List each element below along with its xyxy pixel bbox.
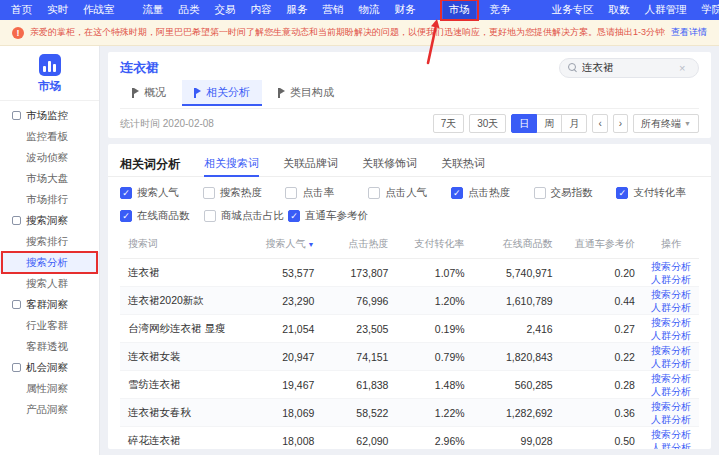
nav-item-war-room[interactable]: 作战室 — [82, 1, 116, 19]
filter-click-rate[interactable]: ✓点击率 — [285, 186, 368, 200]
nav-item-competition[interactable]: 竞争 — [489, 1, 512, 19]
nav-item-home[interactable]: 首页 — [10, 1, 33, 19]
checkbox[interactable]: ✓ — [204, 210, 216, 222]
sidebar-item-search-ranking[interactable]: 搜索排行 — [0, 231, 99, 252]
stats-toolbar: 统计时间 2020-02-08 7天 30天 日 周 月 ‹ › 所有终端▼ — [120, 108, 699, 138]
crowd-analysis-link[interactable]: 人群分析 — [651, 385, 691, 398]
nav-item-finance[interactable]: 财务 — [394, 1, 417, 19]
tab-related-modifier-words[interactable]: 关联修饰词 — [362, 152, 417, 177]
nav-item-content[interactable]: 内容 — [250, 1, 273, 19]
filter-transaction-index[interactable]: ✓交易指数 — [534, 186, 617, 200]
terminal-label: 所有终端 — [641, 117, 681, 131]
sidebar-item-label: 客群透视 — [26, 340, 68, 354]
search-analysis-link[interactable]: 搜索分析 — [651, 288, 691, 301]
col-search-popularity[interactable]: 搜索人气▼ — [250, 230, 322, 259]
period-month-button[interactable]: 月 — [561, 114, 587, 133]
checkbox[interactable]: ✓ — [288, 210, 300, 222]
nav-item-category[interactable]: 品类 — [178, 1, 201, 19]
search-box[interactable]: × — [559, 58, 699, 78]
filter-click-heat[interactable]: ✓点击热度 — [451, 186, 534, 200]
filter-search-heat[interactable]: ✓搜索热度 — [203, 186, 286, 200]
crowd-analysis-link[interactable]: 人群分析 — [651, 273, 691, 286]
period-day-button[interactable]: 日 — [511, 114, 537, 133]
checkbox[interactable]: ✓ — [285, 187, 297, 199]
sidebar-item-search-crowd[interactable]: 搜索人群 — [0, 273, 99, 294]
filter-payment-conversion[interactable]: ✓支付转化率 — [616, 186, 699, 200]
sidebar-item-search-analysis[interactable]: 搜索分析 — [0, 252, 99, 273]
next-button[interactable]: › — [613, 114, 628, 133]
terminal-select[interactable]: 所有终端▼ — [633, 114, 699, 133]
sidebar-item-attribute-insight[interactable]: 属性洞察 — [0, 378, 99, 399]
col-payment-conversion[interactable]: 支付转化率 — [396, 230, 472, 259]
crowd-analysis-link[interactable]: 人群分析 — [651, 413, 691, 426]
click-heat-cell: 173,807 — [322, 259, 396, 287]
search-analysis-link[interactable]: 搜索分析 — [651, 260, 691, 273]
nav-item-marketing[interactable]: 营销 — [322, 1, 345, 19]
notice-detail-link[interactable]: 查看详情 — [671, 26, 707, 39]
nav-item-crowd-management[interactable]: 人群管理 — [644, 1, 688, 19]
nav-item-traffic[interactable]: 流量 — [142, 1, 165, 19]
checkbox[interactable]: ✓ — [451, 187, 463, 199]
sidebar-item-customer-perspective[interactable]: 客群透视 — [0, 336, 99, 357]
tab-overview[interactable]: 概况 — [120, 80, 178, 106]
filter-label: 交易指数 — [551, 186, 593, 200]
sidebar-item-product-insight[interactable]: 产品洞察 — [0, 399, 99, 420]
tab-related-search-words[interactable]: 相关搜索词 — [204, 152, 259, 177]
checkbox[interactable]: ✓ — [368, 187, 380, 199]
col-cpc-reference[interactable]: 直通车参考价 — [561, 230, 643, 259]
nav-item-academy[interactable]: 学院 — [701, 1, 719, 19]
sidebar-group-opportunity-insight[interactable]: 机会洞察 — [0, 357, 99, 378]
filter-search-popularity[interactable]: ✓搜索人气 — [120, 186, 203, 200]
nav-item-logistics[interactable]: 物流 — [358, 1, 381, 19]
tab-related-brand-words[interactable]: 关联品牌词 — [283, 152, 338, 177]
tab-category-composition[interactable]: 类目构成 — [266, 80, 346, 106]
sidebar-item-fluctuation-scout[interactable]: 波动侦察 — [0, 147, 99, 168]
crowd-analysis-link[interactable]: 人群分析 — [651, 357, 691, 370]
tab-related-analysis[interactable]: 相关分析 — [182, 80, 262, 106]
crowd-analysis-link[interactable]: 人群分析 — [651, 329, 691, 342]
sidebar-item-industry-customer[interactable]: 行业客群 — [0, 315, 99, 336]
search-analysis-link[interactable]: 搜索分析 — [651, 372, 691, 385]
sidebar-item-monitor-board[interactable]: 监控看板 — [0, 126, 99, 147]
flag-icon — [194, 88, 202, 98]
filter-online-products[interactable]: ✓在线商品数 — [120, 209, 204, 223]
table-row: 连衣裙女装 20,947 74,151 0.79% 1,820,843 0.22… — [120, 343, 699, 371]
crowd-analysis-link[interactable]: 人群分析 — [651, 441, 691, 450]
filter-mall-click-ratio[interactable]: ✓商城点击占比 — [204, 209, 288, 223]
nav-item-service[interactable]: 服务 — [286, 1, 309, 19]
search-analysis-link[interactable]: 搜索分析 — [651, 316, 691, 329]
nav-item-market[interactable]: 市场 — [443, 1, 476, 19]
col-click-heat[interactable]: 点击热度 — [322, 230, 396, 259]
sidebar-item-market-overview[interactable]: 市场大盘 — [0, 168, 99, 189]
nav-item-data-fetch[interactable]: 取数 — [608, 1, 631, 19]
search-analysis-link[interactable]: 搜索分析 — [651, 400, 691, 413]
sidebar-group-market-monitor[interactable]: 市场监控 — [0, 105, 99, 126]
prev-button[interactable]: ‹ — [592, 114, 607, 133]
sidebar-item-label: 市场大盘 — [26, 172, 68, 186]
conversion-cell: 1.22% — [396, 399, 472, 427]
range-7d-button[interactable]: 7天 — [433, 114, 465, 133]
range-30d-button[interactable]: 30天 — [469, 114, 506, 133]
sidebar-item-market-ranking[interactable]: 市场排行 — [0, 189, 99, 210]
period-week-button[interactable]: 周 — [536, 114, 562, 133]
search-analysis-link[interactable]: 搜索分析 — [651, 428, 691, 441]
nav-item-business-zone[interactable]: 业务专区 — [551, 1, 595, 19]
clear-icon[interactable]: × — [679, 63, 685, 74]
filter-cpc-reference[interactable]: ✓直通车参考价 — [288, 209, 372, 223]
filter-click-popularity[interactable]: ✓点击人气 — [368, 186, 451, 200]
checkbox[interactable]: ✓ — [120, 187, 132, 199]
sidebar-group-search-insight[interactable]: 搜索洞察 — [0, 210, 99, 231]
checkbox[interactable]: ✓ — [120, 210, 132, 222]
checkbox[interactable]: ✓ — [203, 187, 215, 199]
col-online-products[interactable]: 在线商品数 — [473, 230, 561, 259]
sidebar-group-customer-insight[interactable]: 客群洞察 — [0, 294, 99, 315]
search-analysis-link[interactable]: 搜索分析 — [651, 344, 691, 357]
nav-item-trade[interactable]: 交易 — [214, 1, 237, 19]
checkbox[interactable]: ✓ — [616, 187, 628, 199]
col-keyword[interactable]: 搜索词 — [120, 230, 250, 259]
crowd-analysis-link[interactable]: 人群分析 — [651, 301, 691, 314]
search-input[interactable] — [582, 62, 674, 74]
tab-related-hot-words[interactable]: 关联热词 — [441, 152, 485, 177]
checkbox[interactable]: ✓ — [534, 187, 546, 199]
nav-item-realtime[interactable]: 实时 — [46, 1, 69, 19]
